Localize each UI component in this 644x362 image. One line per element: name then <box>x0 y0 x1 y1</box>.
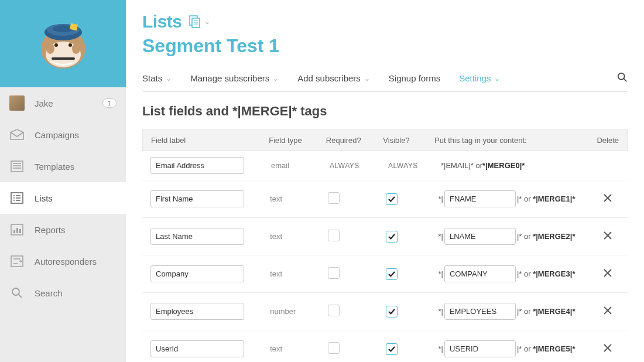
svg-point-9 <box>46 43 54 54</box>
th-delete: Delete <box>588 130 627 151</box>
merge-tag-cell: *||* or *|MERGE1|* <box>439 185 595 213</box>
merge-tag-cell: *||* or *|MERGE5|* <box>439 334 595 362</box>
svg-rect-24 <box>16 228 18 233</box>
svg-rect-25 <box>19 229 21 233</box>
th-label: Field label <box>143 130 269 151</box>
table-row: text*||* or *|MERGE5|* <box>142 330 628 362</box>
required-checkbox[interactable] <box>328 305 340 316</box>
chevron-down-icon: ⌄ <box>273 74 279 83</box>
breadcrumb-lists[interactable]: Lists <box>142 12 182 32</box>
field-type: text <box>270 226 328 247</box>
field-label-input[interactable] <box>150 265 244 282</box>
th-tag: Put this tag in your content: <box>434 130 588 151</box>
visible-checkbox[interactable] <box>386 193 398 205</box>
user-row[interactable]: Jake 1 <box>0 87 126 119</box>
th-visible: Visible? <box>383 130 434 151</box>
reports-icon <box>9 223 25 236</box>
merge-tag-input[interactable] <box>444 190 516 207</box>
required-checkbox[interactable] <box>328 267 340 279</box>
merge-tag-input[interactable] <box>444 340 516 357</box>
svg-point-7 <box>54 43 58 47</box>
chevron-down-icon: ⌄ <box>364 74 370 83</box>
chevron-down-icon: ⌄ <box>494 74 500 83</box>
required-checkbox[interactable] <box>328 342 340 354</box>
tab-stats[interactable]: Stats⌄ <box>142 73 172 83</box>
svg-line-30 <box>19 295 22 298</box>
sidebar-item-label: Autoresponders <box>35 257 97 267</box>
search-icon <box>9 286 25 299</box>
chevron-down-icon: ⌄ <box>166 74 172 83</box>
logo-area <box>0 0 126 87</box>
svg-point-8 <box>68 43 72 47</box>
field-label-input[interactable] <box>150 340 244 357</box>
delete-button[interactable] <box>603 270 612 279</box>
field-type: email <box>271 155 330 176</box>
sidebar-item-templates[interactable]: Templates <box>0 151 126 182</box>
table-row: text*||* or *|MERGE3|* <box>142 255 628 293</box>
sidebar-item-reports[interactable]: Reports <box>0 214 126 245</box>
page-title: Segment Test 1 <box>142 35 628 57</box>
delete-button[interactable] <box>603 308 612 317</box>
field-label-input[interactable] <box>150 228 244 245</box>
visible-always: ALWAYS <box>388 156 441 176</box>
chevron-down-icon[interactable]: ⌄ <box>204 18 210 26</box>
section-title: List fields and *|MERGE|* tags <box>142 104 628 119</box>
merge-tag-cell: *|EMAIL|* or *|MERGE0|* <box>441 155 599 176</box>
user-name: Jake <box>35 98 102 108</box>
delete-button[interactable] <box>603 195 612 204</box>
tab-signup-forms[interactable]: Signup forms <box>389 73 440 83</box>
sidebar-item-autoresponders[interactable]: Autoresponders <box>0 245 126 277</box>
svg-point-36 <box>618 73 625 80</box>
search-icon[interactable] <box>617 72 628 84</box>
template-icon <box>9 160 25 173</box>
mailchimp-logo-icon <box>34 15 93 73</box>
table-row: number*||* or *|MERGE4|* <box>142 293 628 330</box>
merge-tag-input[interactable] <box>444 265 516 282</box>
delete-button[interactable] <box>603 345 612 354</box>
visible-checkbox[interactable] <box>386 231 398 243</box>
visible-checkbox[interactable] <box>386 343 398 355</box>
field-label-input[interactable] <box>150 190 244 207</box>
tab-add-subscribers[interactable]: Add subscribers⌄ <box>297 73 370 83</box>
notification-badge: 1 <box>102 98 117 108</box>
svg-point-29 <box>12 288 19 295</box>
table-row: text*||* or *|MERGE2|* <box>142 218 628 255</box>
sidebar-item-label: Campaigns <box>35 130 79 140</box>
tab-manage-subscribers[interactable]: Manage subscribers⌄ <box>190 73 279 83</box>
merge-tag-cell: *||* or *|MERGE4|* <box>439 297 595 326</box>
field-type: text <box>270 264 328 284</box>
sidebar-item-label: Reports <box>35 225 66 235</box>
sidebar-item-campaigns[interactable]: Campaigns <box>0 119 126 151</box>
envelope-icon <box>9 128 25 141</box>
sidebar: Jake 1 Campaigns Templates Lists Repor <box>0 0 126 362</box>
table-row: emailALWAYSALWAYS*|EMAIL|* or *|MERGE0|* <box>142 151 628 180</box>
svg-rect-23 <box>13 230 15 233</box>
main-content: Lists ⌄ Segment Test 1 Stats⌄ Manage sub… <box>126 0 644 362</box>
list-icon <box>9 192 25 204</box>
svg-rect-32 <box>192 18 200 28</box>
copy-icon[interactable] <box>188 15 201 28</box>
th-required: Required? <box>326 130 383 151</box>
subnav-tabs: Stats⌄ Manage subscribers⌄ Add subscribe… <box>142 72 628 92</box>
merge-tag-input[interactable] <box>444 228 516 245</box>
sidebar-item-lists[interactable]: Lists <box>0 182 126 214</box>
page-header: Lists ⌄ Segment Test 1 <box>142 12 628 57</box>
tab-settings[interactable]: Settings⌄ <box>459 73 500 83</box>
field-label-input[interactable] <box>150 157 244 174</box>
visible-checkbox[interactable] <box>386 268 398 280</box>
required-always: ALWAYS <box>330 156 388 176</box>
field-label-input[interactable] <box>150 303 244 320</box>
sidebar-item-label: Lists <box>35 193 53 203</box>
autoresponders-icon <box>9 255 25 268</box>
required-checkbox[interactable] <box>328 230 340 241</box>
th-type: Field type <box>269 130 326 151</box>
merge-tag-cell: *||* or *|MERGE3|* <box>439 259 595 288</box>
sidebar-item-search[interactable]: Search <box>0 277 126 309</box>
table-row: text*||* or *|MERGE1|* <box>142 180 628 218</box>
visible-checkbox[interactable] <box>386 306 398 317</box>
required-checkbox[interactable] <box>328 192 340 204</box>
merge-tag-input[interactable] <box>444 303 516 320</box>
merge-tag-cell: *||* or *|MERGE2|* <box>439 222 595 251</box>
delete-button[interactable] <box>603 233 612 242</box>
svg-rect-2 <box>52 57 75 60</box>
